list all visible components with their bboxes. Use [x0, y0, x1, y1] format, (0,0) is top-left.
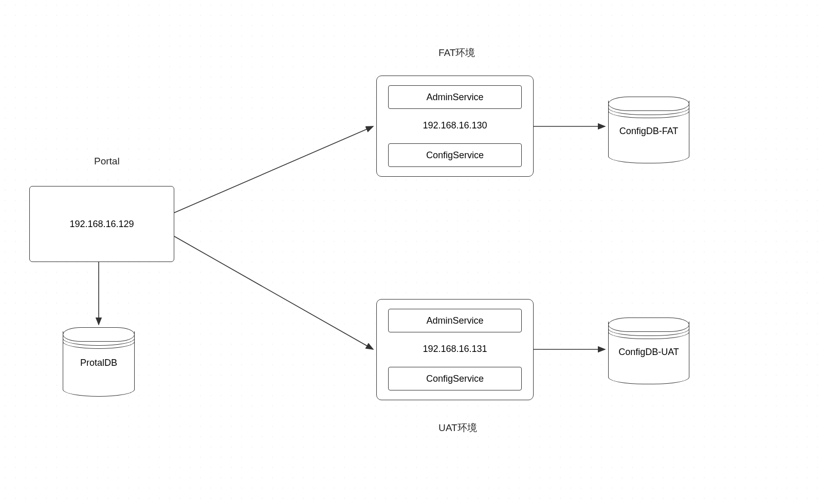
- uat-db-label: ConfigDB-UAT: [608, 347, 689, 358]
- portal-title: Portal: [94, 156, 120, 167]
- uat-container: AdminService 192.168.16.131 ConfigServic…: [376, 299, 534, 400]
- portal-db: ProtalDB: [63, 327, 135, 397]
- fat-db-label: ConfigDB-FAT: [608, 126, 689, 137]
- uat-db: ConfigDB-UAT: [608, 318, 689, 384]
- fat-admin-service: AdminService: [388, 85, 522, 109]
- uat-config-label: ConfigService: [426, 374, 484, 384]
- fat-db: ConfigDB-FAT: [608, 97, 689, 163]
- portal-ip: 192.168.16.129: [69, 219, 134, 230]
- uat-ip: 192.168.16.131: [377, 344, 533, 354]
- fat-ip: 192.168.16.130: [377, 120, 533, 131]
- fat-title: FAT环境: [439, 46, 475, 60]
- fat-admin-label: AdminService: [426, 92, 483, 103]
- fat-config-label: ConfigService: [426, 150, 484, 161]
- uat-config-service: ConfigService: [388, 367, 522, 390]
- portal-box: 192.168.16.129: [29, 186, 174, 262]
- fat-container: AdminService 192.168.16.130 ConfigServic…: [376, 76, 534, 177]
- fat-config-service: ConfigService: [388, 143, 522, 167]
- portal-db-label: ProtalDB: [63, 358, 135, 368]
- uat-admin-label: AdminService: [426, 315, 483, 326]
- uat-title: UAT环境: [439, 421, 477, 435]
- uat-admin-service: AdminService: [388, 309, 522, 332]
